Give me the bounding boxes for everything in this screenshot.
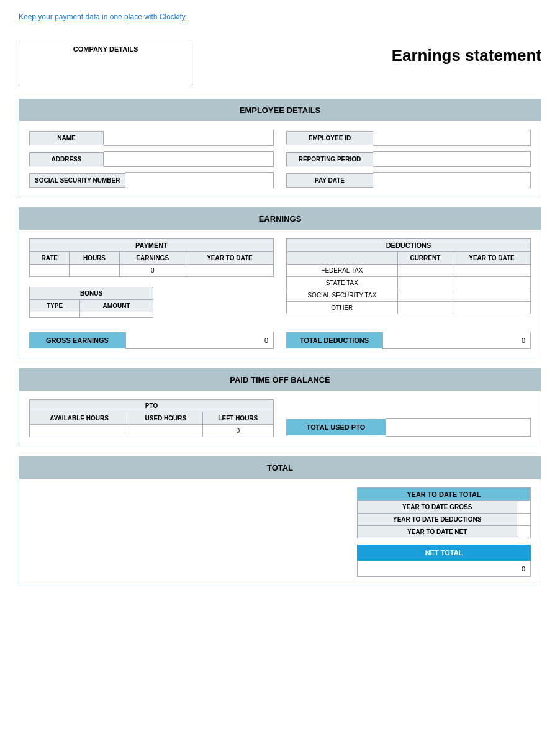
payment-table-header: PAYMENT bbox=[30, 239, 274, 252]
deductions-col-name bbox=[287, 252, 398, 265]
bonus-table: BONUS TYPE AMOUNT bbox=[29, 287, 153, 318]
payment-table: PAYMENT RATE HOURS EARNINGS YEAR TO DATE… bbox=[29, 238, 274, 277]
deductions-ss-current[interactable] bbox=[397, 289, 453, 302]
employee-id-label: EMPLOYEE ID bbox=[286, 131, 373, 145]
pto-table-header: PTO bbox=[30, 400, 274, 412]
ytd-table: YEAR TO DATE TOTAL YEAR TO DATE GROSS YE… bbox=[357, 487, 531, 538]
deductions-federal-label: FEDERAL TAX bbox=[287, 265, 398, 277]
ytd-gross-value[interactable] bbox=[517, 501, 531, 514]
pto-used-cell[interactable] bbox=[129, 425, 203, 437]
ssn-label: SOCIAL SECURITY NUMBER bbox=[29, 173, 125, 188]
address-label: ADDRESS bbox=[29, 152, 104, 166]
deductions-federal-current[interactable] bbox=[397, 265, 453, 277]
pto-header: PAID TIME OFF BALANCE bbox=[19, 369, 541, 391]
payment-hours-cell[interactable] bbox=[70, 265, 119, 277]
employee-col-right: EMPLOYEE ID REPORTING PERIOD PAY DATE bbox=[286, 130, 531, 188]
earnings-section: EARNINGS PAYMENT RATE HOURS EARNINGS YEA… bbox=[19, 207, 541, 358]
gross-earnings-value[interactable]: 0 bbox=[125, 332, 274, 349]
reporting-period-field-row: REPORTING PERIOD bbox=[286, 151, 531, 167]
payment-row: 0 bbox=[30, 265, 274, 277]
deductions-state-ytd[interactable] bbox=[453, 277, 531, 289]
total-deductions-label: TOTAL DEDUCTIONS bbox=[286, 332, 382, 348]
deductions-table: DEDUCTIONS CURRENT YEAR TO DATE FEDERAL … bbox=[286, 238, 531, 314]
ytd-deductions-row: YEAR TO DATE DEDUCTIONS bbox=[358, 514, 531, 526]
pay-date-label: PAY DATE bbox=[286, 173, 373, 188]
name-value[interactable] bbox=[104, 130, 274, 146]
payment-col-earnings: EARNINGS bbox=[119, 252, 186, 265]
clockify-link[interactable]: Keep your payment data in one place with… bbox=[19, 12, 186, 21]
earnings-left-col: PAYMENT RATE HOURS EARNINGS YEAR TO DATE… bbox=[29, 238, 274, 318]
pto-left-col: PTO AVAILABLE HOURS USED HOURS LEFT HOUR… bbox=[29, 399, 274, 437]
bonus-table-header: BONUS bbox=[30, 287, 153, 300]
deductions-federal-ytd[interactable] bbox=[453, 265, 531, 277]
company-details-label: COMPANY DETAILS bbox=[73, 45, 138, 53]
total-deductions-value[interactable]: 0 bbox=[382, 332, 531, 349]
total-section: TOTAL YEAR TO DATE TOTAL YEAR TO DATE GR… bbox=[19, 456, 541, 586]
ssn-field-row: SOCIAL SECURITY NUMBER bbox=[29, 172, 274, 188]
total-header: TOTAL bbox=[19, 457, 541, 479]
ytd-gross-row: YEAR TO DATE GROSS bbox=[358, 501, 531, 514]
payment-col-ytd: YEAR TO DATE bbox=[186, 252, 273, 265]
deductions-other-label: OTHER bbox=[287, 302, 398, 314]
total-used-pto-label: TOTAL USED PTO bbox=[286, 419, 386, 435]
address-value[interactable] bbox=[104, 151, 274, 167]
payment-col-rate: RATE bbox=[30, 252, 70, 265]
deductions-state-current[interactable] bbox=[397, 277, 453, 289]
payment-ytd-cell[interactable] bbox=[186, 265, 273, 277]
pay-date-value[interactable] bbox=[373, 172, 531, 188]
deductions-other-ytd[interactable] bbox=[453, 302, 531, 314]
deductions-other-row: OTHER bbox=[287, 302, 531, 314]
bonus-type-cell[interactable] bbox=[30, 312, 80, 318]
net-total-label: NET TOTAL bbox=[357, 545, 531, 561]
net-total-value[interactable]: 0 bbox=[357, 561, 531, 577]
deductions-ss-row: SOCIAL SECURITY TAX bbox=[287, 289, 531, 302]
name-field-row: NAME bbox=[29, 130, 274, 146]
page-title: Earnings statement bbox=[392, 46, 541, 65]
pto-col-available: AVAILABLE HOURS bbox=[30, 412, 129, 425]
deductions-table-header: DEDUCTIONS bbox=[287, 239, 531, 252]
deductions-ss-ytd[interactable] bbox=[453, 289, 531, 302]
reporting-period-value[interactable] bbox=[373, 151, 531, 167]
employee-id-field-row: EMPLOYEE ID bbox=[286, 130, 531, 146]
employee-details-section: EMPLOYEE DETAILS NAME ADDRESS SOCIAL SEC… bbox=[19, 99, 541, 197]
pto-row: 0 bbox=[30, 425, 274, 437]
deductions-state-row: STATE TAX bbox=[287, 277, 531, 289]
ytd-net-row: YEAR TO DATE NET bbox=[358, 526, 531, 538]
payment-earnings-cell[interactable]: 0 bbox=[119, 265, 186, 277]
company-details-box: COMPANY DETAILS bbox=[19, 40, 192, 86]
deductions-state-label: STATE TAX bbox=[287, 277, 398, 289]
gross-earnings-group: GROSS EARNINGS 0 bbox=[29, 332, 274, 349]
net-total-row: NET TOTAL 0 bbox=[357, 545, 531, 577]
ytd-table-wrapper: YEAR TO DATE TOTAL YEAR TO DATE GROSS YE… bbox=[357, 487, 531, 577]
ytd-deductions-label: YEAR TO DATE DEDUCTIONS bbox=[358, 514, 517, 526]
deductions-other-current[interactable] bbox=[397, 302, 453, 314]
pto-table: PTO AVAILABLE HOURS USED HOURS LEFT HOUR… bbox=[29, 399, 274, 437]
deductions-ss-label: SOCIAL SECURITY TAX bbox=[287, 289, 398, 302]
ytd-deductions-value[interactable] bbox=[517, 514, 531, 526]
address-field-row: ADDRESS bbox=[29, 151, 274, 167]
pto-col-used: USED HOURS bbox=[129, 412, 203, 425]
pto-right-col: TOTAL USED PTO bbox=[286, 399, 531, 437]
bonus-col-amount: AMOUNT bbox=[80, 300, 153, 312]
bonus-amount-cell[interactable] bbox=[80, 312, 153, 318]
earnings-right-col: DEDUCTIONS CURRENT YEAR TO DATE FEDERAL … bbox=[286, 238, 531, 318]
name-label: NAME bbox=[29, 131, 104, 145]
total-deductions-group: TOTAL DEDUCTIONS 0 bbox=[286, 332, 531, 349]
pay-date-field-row: PAY DATE bbox=[286, 172, 531, 188]
ssn-value[interactable] bbox=[125, 172, 274, 188]
deductions-federal-row: FEDERAL TAX bbox=[287, 265, 531, 277]
pto-available-cell[interactable] bbox=[30, 425, 129, 437]
payment-rate-cell[interactable] bbox=[30, 265, 70, 277]
reporting-period-label: REPORTING PERIOD bbox=[286, 152, 373, 166]
employee-id-value[interactable] bbox=[373, 130, 531, 146]
employee-col-left: NAME ADDRESS SOCIAL SECURITY NUMBER bbox=[29, 130, 274, 188]
bonus-section: BONUS TYPE AMOUNT bbox=[29, 287, 153, 318]
ytd-table-header: YEAR TO DATE TOTAL bbox=[358, 488, 531, 501]
total-used-pto-value[interactable] bbox=[386, 418, 531, 437]
ytd-gross-label: YEAR TO DATE GROSS bbox=[358, 501, 517, 514]
ytd-net-value[interactable] bbox=[517, 526, 531, 538]
bonus-col-type: TYPE bbox=[30, 300, 80, 312]
deductions-col-current: CURRENT bbox=[397, 252, 453, 265]
pto-section: PAID TIME OFF BALANCE PTO AVAILABLE HOUR… bbox=[19, 368, 541, 446]
pto-left-cell[interactable]: 0 bbox=[202, 425, 273, 437]
